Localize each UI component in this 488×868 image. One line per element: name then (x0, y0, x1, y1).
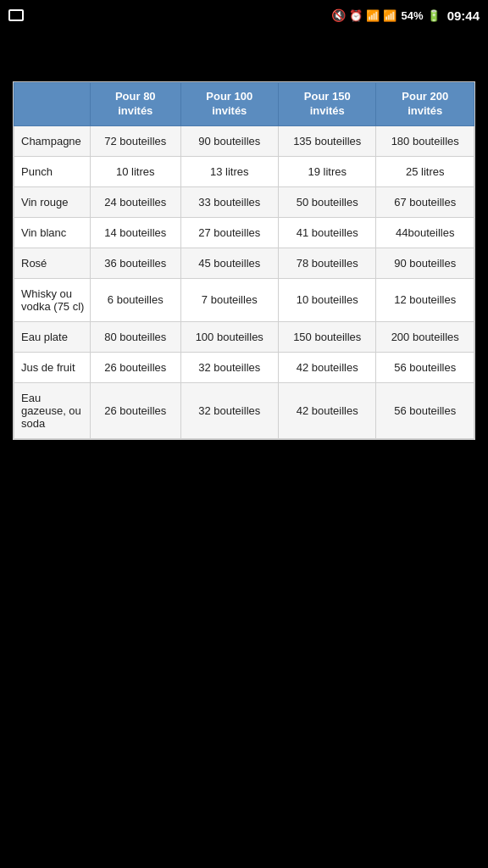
row-value: 24 bouteilles (91, 186, 181, 217)
row-label: Champagne (14, 125, 91, 156)
row-value: 56 bouteilles (376, 352, 474, 382)
col-header-item (14, 83, 91, 126)
signal-icon: 📶 (383, 9, 396, 22)
wifi-icon: 📶 (366, 9, 380, 22)
row-value: 25 litres (376, 156, 474, 186)
row-value: 10 bouteilles (279, 278, 376, 321)
row-value: 80 bouteilles (91, 321, 181, 352)
table-row: Eau gazeuse, ou soda26 bouteilles32 bout… (14, 382, 474, 438)
status-time: 09:44 (447, 8, 480, 23)
table-row: Rosé36 bouteilles45 bouteilles78 bouteil… (14, 248, 474, 278)
row-value: 72 bouteilles (91, 125, 181, 156)
row-label: Jus de fruit (14, 352, 91, 382)
row-value: 42 bouteilles (279, 382, 376, 438)
row-label: Eau gazeuse, ou soda (14, 382, 91, 438)
table-header-row: Pour 80invités Pour 100invités Pour 150i… (14, 83, 474, 126)
row-value: 6 bouteilles (91, 278, 181, 321)
col-header-200: Pour 200invités (376, 83, 474, 126)
mute-icon: 🔇 (331, 8, 346, 22)
status-right: 🔇 ⏰ 📶 📶 54% 🔋 09:44 (331, 8, 480, 23)
row-value: 78 bouteilles (279, 248, 376, 278)
table-row: Champagne72 bouteilles90 bouteilles135 b… (14, 125, 474, 156)
row-value: 45 bouteilles (180, 248, 278, 278)
row-value: 180 bouteilles (376, 125, 474, 156)
row-value: 7 bouteilles (180, 278, 278, 321)
row-value: 27 bouteilles (180, 217, 278, 248)
alarm-icon: ⏰ (349, 9, 363, 22)
row-value: 135 bouteilles (279, 125, 376, 156)
row-value: 12 bouteilles (376, 278, 474, 321)
row-value: 200 bouteilles (376, 321, 474, 352)
content-area: Pour 80invités Pour 100invités Pour 150i… (0, 31, 488, 440)
row-value: 50 bouteilles (279, 186, 376, 217)
status-bar: 🔇 ⏰ 📶 📶 54% 🔋 09:44 (0, 0, 488, 31)
table-row: Eau plate80 bouteilles100 bouteilles150 … (14, 321, 474, 352)
col-header-80: Pour 80invités (91, 83, 181, 126)
row-label: Vin rouge (14, 186, 91, 217)
row-value: 13 litres (180, 156, 278, 186)
row-value: 26 bouteilles (91, 352, 181, 382)
status-left (8, 9, 24, 21)
row-value: 32 bouteilles (180, 382, 278, 438)
row-value: 19 litres (279, 156, 376, 186)
table-row: Jus de fruit26 bouteilles32 bouteilles42… (14, 352, 474, 382)
row-value: 26 bouteilles (91, 382, 181, 438)
row-value: 41 bouteilles (279, 217, 376, 248)
drinks-table: Pour 80invités Pour 100invités Pour 150i… (14, 82, 474, 439)
col-header-150: Pour 150invités (279, 83, 376, 126)
row-label: Punch (14, 156, 91, 186)
row-value: 67 bouteilles (376, 186, 474, 217)
drinks-table-container: Pour 80invités Pour 100invités Pour 150i… (13, 81, 475, 440)
row-value: 90 bouteilles (180, 125, 278, 156)
table-row: Vin blanc14 bouteilles27 bouteilles41 bo… (14, 217, 474, 248)
row-value: 150 bouteilles (279, 321, 376, 352)
row-value: 14 bouteilles (91, 217, 181, 248)
row-value: 32 bouteilles (180, 352, 278, 382)
row-value: 42 bouteilles (279, 352, 376, 382)
row-label: Rosé (14, 248, 91, 278)
battery-icon: 🔋 (427, 9, 441, 22)
row-label: Vin blanc (14, 217, 91, 248)
row-value: 90 bouteilles (376, 248, 474, 278)
row-value: 100 bouteilles (180, 321, 278, 352)
col-header-100: Pour 100invités (180, 83, 278, 126)
row-value: 56 bouteilles (376, 382, 474, 438)
battery-level: 54% (402, 9, 424, 22)
row-value: 33 bouteilles (180, 186, 278, 217)
row-value: 10 litres (91, 156, 181, 186)
row-value: 36 bouteilles (91, 248, 181, 278)
table-row: Vin rouge24 bouteilles33 bouteilles50 bo… (14, 186, 474, 217)
screenshot-icon (8, 9, 24, 21)
row-label: Eau plate (14, 321, 91, 352)
row-label: Whisky ou vodka (75 cl) (14, 278, 91, 321)
row-value: 44bouteilles (376, 217, 474, 248)
table-row: Punch10 litres13 litres19 litres25 litre… (14, 156, 474, 186)
table-row: Whisky ou vodka (75 cl)6 bouteilles7 bou… (14, 278, 474, 321)
